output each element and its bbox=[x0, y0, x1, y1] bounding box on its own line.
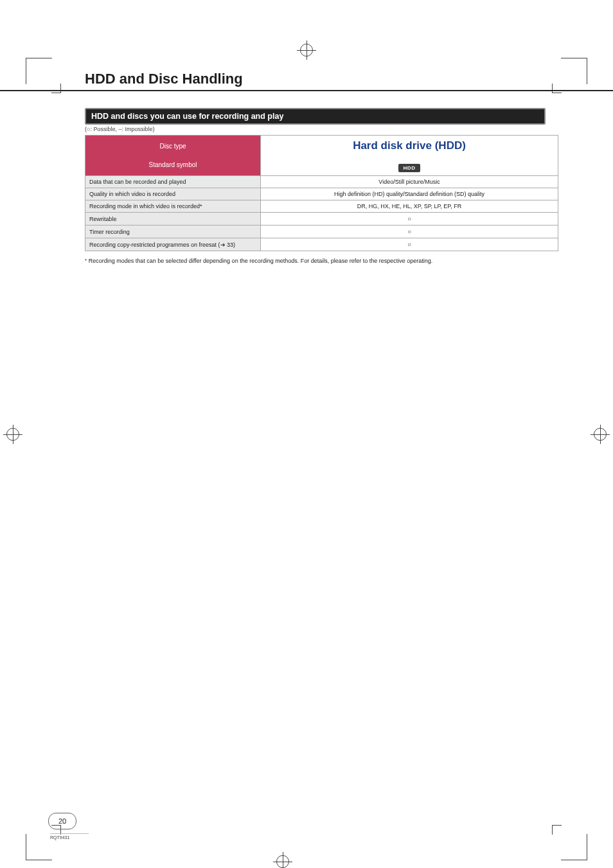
registration-mark-bottom bbox=[276, 855, 337, 868]
registration-mark-left bbox=[6, 428, 19, 441]
hdd-title: Hard disk drive (HDD) bbox=[265, 139, 554, 152]
table-row: Recording mode in which video is recorde… bbox=[85, 200, 558, 213]
row-value: ○ bbox=[261, 238, 558, 251]
footnote: * Recording modes that can be selected d… bbox=[85, 258, 558, 264]
row-value: ○ bbox=[261, 226, 558, 238]
page-number: 20 bbox=[58, 817, 66, 825]
row-label: Data that can be recorded and played bbox=[85, 176, 261, 188]
crop-mark-bottom-right bbox=[561, 834, 587, 860]
page-title: HDD and Disc Handling bbox=[85, 71, 558, 87]
table-row: Recording copy-restricted programmes on … bbox=[85, 238, 558, 251]
row-label: Rewritable bbox=[85, 213, 261, 226]
registration-mark-top bbox=[276, 44, 337, 57]
table-row: Quality in which video is recorded High … bbox=[85, 188, 558, 200]
page-content: HDD and Disc Handling HDD and discs you … bbox=[85, 71, 558, 264]
section: HDD and discs you can use for recording … bbox=[85, 108, 558, 264]
section-heading-bar: HDD and discs you can use for recording … bbox=[85, 108, 546, 125]
hdd-header-cell: Hard disk drive (HDD) HDD bbox=[261, 136, 558, 176]
row-value: High definition (HD) quality/Standard de… bbox=[261, 188, 558, 200]
table-row: Rewritable ○ bbox=[85, 213, 558, 226]
hdd-chip: HDD bbox=[398, 164, 421, 172]
disc-type-label: Disc type bbox=[89, 143, 256, 150]
row-value: DR, HG, HX, HE, HL, XP, SP, LP, EP, FR bbox=[261, 200, 558, 213]
crop-mark-bottom-left bbox=[26, 834, 52, 860]
row-label: Recording copy-restricted programmes on … bbox=[85, 238, 261, 251]
row-label: Quality in which video is recorded bbox=[85, 188, 261, 200]
footnote-marker: * bbox=[85, 258, 87, 263]
page-number-capsule: 20 bbox=[48, 813, 76, 829]
standard-symbol-label: Standard symbol bbox=[89, 161, 256, 168]
table-header-row: Disc type Standard symbol Hard disk driv… bbox=[85, 136, 558, 176]
registration-mark-right bbox=[594, 428, 607, 441]
legend-text: (○: Possible, –: Impossible) bbox=[85, 126, 558, 132]
table-row: Data that can be recorded and played Vid… bbox=[85, 176, 558, 188]
row-value: Video/Still picture/Music bbox=[261, 176, 558, 188]
table-row: Timer recording ○ bbox=[85, 226, 558, 238]
disc-type-header: Disc type Standard symbol bbox=[85, 136, 261, 176]
title-block: HDD and Disc Handling bbox=[0, 71, 613, 91]
spec-table: Disc type Standard symbol Hard disk driv… bbox=[85, 135, 558, 251]
row-label: Timer recording bbox=[85, 226, 261, 238]
row-label: Recording mode in which video is recorde… bbox=[85, 200, 261, 213]
row-value: ○ bbox=[261, 213, 558, 226]
document-code: RQT9431 bbox=[50, 833, 89, 840]
footnote-text: Recording modes that can be selected dif… bbox=[89, 258, 433, 264]
